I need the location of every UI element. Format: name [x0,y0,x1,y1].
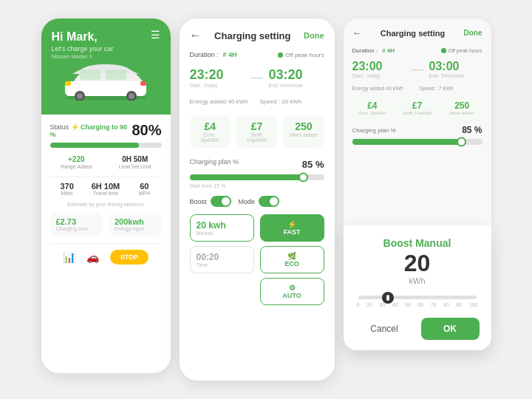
boost-popup-title: Boost Manual [355,237,480,249]
end-time-val: 03:20 [269,67,324,83]
card3-cost-row: £4 Cost : 8p/kWh £7 Tariff: 14p/kWh 250 … [352,97,482,119]
energy-input-box: 200kwh Energy input [109,213,162,236]
card3-cost-box: £4 Cost : 8p/kWh [352,97,393,119]
chart-icon[interactable]: 📊 [63,251,75,263]
start-time-val: 23:20 [190,67,245,83]
slider-fill [190,174,304,180]
card3-speed-label: Speed : 7 kWh [420,86,482,91]
range-labels: 0 20 30 40 50 60 70 80 90 100 [355,302,480,307]
range-label-90: 90 [456,302,462,307]
range-label-20: 20 [366,302,372,307]
card3-plan-row: Charging plan % 85 % [352,125,482,135]
range-added-label: Range Added [50,164,103,169]
range-added-stat: +220 Range Added [50,155,103,169]
slider-thumb [299,173,308,183]
stop-button[interactable]: STOP [110,250,149,265]
cost-box: £4 Cost : 8p/kWh [190,115,231,148]
popup-actions: Cancel OK [355,318,480,340]
svg-point-7 [129,93,134,99]
energy-input-label: Energy input [115,226,156,231]
boost-range-thumb[interactable] [382,292,394,304]
card3-miles-box: 250 Miles added [442,97,482,119]
time-dash: — [251,71,263,84]
svg-rect-8 [65,81,71,86]
ok-button[interactable]: OK [421,318,480,340]
travel-metric: 6H 10M Travel time [89,182,123,196]
card3-time-dash: — [412,63,423,76]
card3-peak-badge: Off peak hours [441,48,482,53]
range-label-40: 40 [392,302,398,307]
right-panel: ← Charging setting Done Duration : # 4H … [344,18,491,350]
plan-label: Charging plan % [190,158,239,166]
miles-val: 370 [50,182,84,191]
status-row: Status ⚡ Charging to 90 % 80% [50,122,162,139]
energy-input-val: 200kwh [115,217,156,226]
boost-val-box[interactable]: 20 kwh Manual [190,214,254,242]
boost-toggle[interactable] [211,196,231,207]
fast-icon: ⚡ [265,220,319,228]
card3-time-row: 23:00 Start : today — 03:00 End: Tomorro… [352,60,482,78]
card3-start-time: 23:00 [352,60,406,73]
range-label-0: 0 [357,302,360,307]
limit-val: 0H 50M [109,155,162,163]
boost-kwh-unit: kWh [355,276,480,285]
card3-miles-desc: Miles added [446,111,478,115]
mode-toggle-group: Mode [239,196,280,207]
speed-val: 60 [127,182,161,191]
mode-eco-btn[interactable]: 🌿 ECO [260,246,324,273]
card3-tariff-val: £7 [401,100,433,111]
travel-label: Travel time [89,191,123,196]
bottom-nav: 📊 🚗 STOP [50,243,162,270]
charge-progress-fill [50,143,140,148]
card3-slider [352,139,482,145]
mode-fast-label: FAST [283,228,300,236]
end-time-box: 03:20 End: tomorrow [269,67,324,88]
card1-body: Status ⚡ Charging to 90 % 80% +220 Range… [41,115,171,276]
speed-metric: 60 MPH [127,182,161,196]
charging-cost-box: £2.73 Charging cost [50,213,103,236]
boost-kwh-value: 20 [355,250,480,276]
charge-progress-bar [50,143,162,148]
card3-slider-fill [352,139,463,145]
card3-done[interactable]: Done [463,29,482,37]
cost-boxes-row: £4 Cost : 8p/kWh £7 Tariff: 14p/kWh 250 … [190,115,324,148]
start-time-sub: Start : today [190,83,245,88]
peak-label: Off peak hours [285,52,324,58]
mode-auto-btn[interactable]: ⚙ AUTO [260,278,324,305]
time-row: 23:20 Start : today — 03:20 End: tomorro… [190,67,324,88]
miles-desc: Miles added [289,132,318,137]
boost-popup: Boost Manual 20 kWh 0 20 30 40 50 60 70 … [344,225,491,350]
mode-fast-btn[interactable]: ⚡ FAST [260,214,324,242]
tariff-box: £7 Tariff: 14p/kWh [236,115,277,148]
boost-title-green: Manual [415,237,451,249]
svg-rect-3 [106,69,126,80]
eco-icon: 🌿 [265,252,319,260]
boost-range-track[interactable] [358,296,477,299]
card3-duration-row: Duration : # 4H Off peak hours [352,47,482,54]
card3-cost-val: £4 [357,100,389,111]
charging-plan-slider[interactable] [190,174,324,180]
model: Nissan Model 3 [52,53,160,60]
boost-sub: Manual [197,231,248,236]
mode-toggle[interactable] [259,196,279,207]
charging-cost-label: Charging cost [56,226,98,231]
done-button[interactable]: Done [304,31,324,40]
miles-label: Miles [50,191,84,196]
card3-back-icon[interactable]: ← [352,27,362,38]
menu-icon[interactable]: ☰ [151,29,160,41]
estimate-text: Estimate by your driving behavior [50,202,162,207]
plan-pct: 85 % [302,159,324,170]
card3-duration-label: Duration : [352,47,378,54]
cost-val: £4 [196,120,225,132]
card3-end-box: 03:00 End: Tomorrow [429,60,482,78]
card3-peak-label: Off peak hours [449,48,482,53]
cancel-button[interactable]: Cancel [355,318,414,340]
time-input-label: Time [197,262,248,267]
time-input-box[interactable]: 00:20 Time [190,246,254,273]
range-label-30: 30 [379,302,385,307]
card3-start-box: 23:00 Start : today [352,60,406,78]
slider-start-label: Start from 15 % [190,183,324,188]
back-arrow-icon[interactable]: ← [190,29,202,42]
car-icon[interactable]: 🚗 [86,251,99,263]
subtitle: Let's charge your car [52,45,160,52]
